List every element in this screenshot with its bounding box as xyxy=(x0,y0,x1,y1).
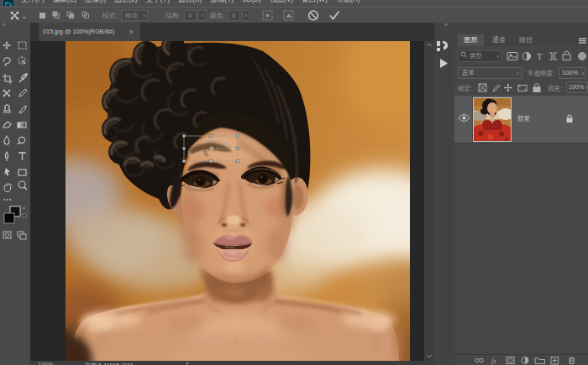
svg-text:T: T xyxy=(537,51,543,61)
svg-text:fx: fx xyxy=(491,357,496,365)
